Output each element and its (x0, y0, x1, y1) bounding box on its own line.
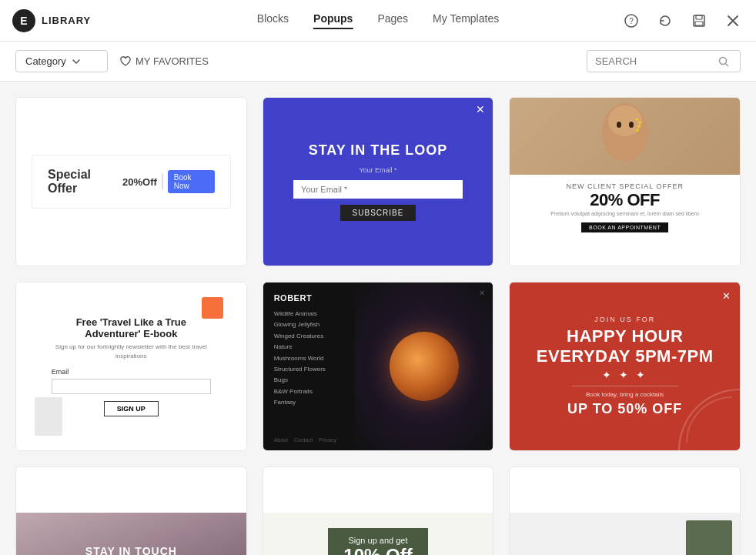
svg-point-13 (636, 129, 638, 132)
refresh-icon[interactable] (654, 10, 676, 32)
jellyfish-footer: About Contact Privacy (274, 437, 336, 443)
stay-touch-text: STAY IN TOUCH (85, 545, 177, 555)
offer-small-text: Pretium volutpat adipiscing seminam et, … (520, 210, 729, 218)
email-label: Email (52, 368, 211, 376)
happy-inner: JOIN US FOR HAPPY HOUREVERYDAY 5PM-7PM ✦… (537, 316, 714, 417)
list-item: Fantasy (274, 397, 344, 408)
card-10off[interactable]: Sign up and get 10% Off (263, 466, 494, 555)
tab-blocks[interactable]: Blocks (257, 12, 289, 29)
20off-content: NEW CLIENT SPECIAL OFFER 20% OFF Pretium… (510, 175, 740, 266)
list-item: Glowing Jellyfish (274, 319, 344, 330)
jellyfish-close-icon[interactable]: ✕ (479, 289, 485, 297)
ten-off-discount: 10% Off (343, 545, 412, 555)
svg-point-10 (635, 119, 637, 121)
list-item: Nature (274, 342, 344, 353)
signup-btn[interactable]: SIGN UP (104, 401, 159, 416)
list-item: Winged Creatures (274, 331, 344, 342)
help-icon[interactable]: ? (621, 10, 642, 32)
book-now-btn[interactable]: Book Now (168, 170, 215, 193)
card-special-offer[interactable]: Special Offer 20%Off Book Now (15, 97, 247, 266)
card-stay-touch[interactable]: STAY IN TOUCH (15, 466, 247, 555)
special-offer-discount: 20%Off (122, 176, 157, 188)
card-happy-hour[interactable]: ✕ JOIN US FOR HAPPY HOUREVERYDAY 5PM-7PM… (509, 282, 741, 451)
loop-inner: STAY IN THE LOOP Your Email * SUBSCRIBE (279, 142, 478, 221)
divider (162, 174, 163, 189)
card-20off[interactable]: NEW CLIENT SPECIAL OFFER 20% OFF Pretium… (509, 97, 741, 266)
happy-small-text: Book today, bring a cocktails (537, 391, 714, 398)
card-jellyfish[interactable]: ROBERT Wildlife Animals Glowing Jellyfis… (263, 282, 494, 451)
card-travel-ebook[interactable]: Free 'Travel Like a True Adventurer' E-b… (15, 282, 247, 451)
svg-point-5 (720, 57, 727, 64)
offer-big: 20% OFF (520, 190, 729, 210)
happy-icons: ✦ ✦ ✦ (537, 369, 714, 381)
svg-point-12 (637, 125, 640, 128)
toolbar: Category MY FAVORITES (0, 42, 756, 82)
list-item: B&W Portraits (274, 386, 344, 397)
close-icon[interactable] (722, 10, 744, 32)
travel-title: Free 'Travel Like a True Adventurer' E-b… (52, 316, 211, 339)
travel-email-input[interactable] (52, 379, 211, 394)
special-offer-title: Special Offer (48, 168, 122, 196)
tab-my-templates[interactable]: My Templates (433, 12, 499, 29)
happy-close-icon[interactable]: ✕ (722, 290, 731, 302)
svg-rect-4 (695, 22, 703, 25)
loop-email-label: Your Email * (279, 166, 478, 174)
loop-email-input[interactable] (293, 180, 463, 199)
logo-area: E LIBRARY (12, 9, 105, 32)
svg-text:?: ? (629, 17, 634, 25)
cards-grid: Special Offer 20%Off Book Now ✕ STAY IN … (0, 82, 756, 555)
search-area (587, 50, 741, 72)
ten-off-subtitle: Sign up and get (343, 536, 412, 545)
svg-point-8 (617, 122, 621, 128)
list-item: Mushrooms World (274, 353, 344, 364)
loop-subscribe-btn[interactable]: SUBSCRIBE (340, 205, 416, 221)
model-image (510, 98, 740, 175)
svg-point-9 (629, 122, 634, 128)
happy-discount: UP TO 50% OFF (537, 401, 714, 417)
travel-subtitle: Sign up for our fortnightly newsletter w… (52, 343, 211, 359)
favorites-button[interactable]: MY FAVORITES (120, 55, 209, 67)
jellyfish-left: ROBERT Wildlife Animals Glowing Jellyfis… (263, 283, 355, 450)
jellyfish-list: Wildlife Animals Glowing Jellyfish Winge… (274, 309, 344, 409)
svg-point-7 (608, 105, 642, 136)
loop-title: STAY IN THE LOOP (279, 142, 478, 159)
jellyfish-visual (390, 332, 459, 401)
offer-appt-btn[interactable]: BOOK AN APPOINTMENT (581, 222, 668, 232)
tab-popups[interactable]: Popups (313, 12, 353, 29)
orange-accent (202, 297, 223, 319)
offer-tag: NEW CLIENT SPECIAL OFFER (520, 182, 729, 190)
happy-title: HAPPY HOUREVERYDAY 5PM-7PM (537, 326, 714, 366)
happy-join-label: JOIN US FOR (537, 316, 714, 323)
list-item: Wildlife Animals (274, 309, 344, 319)
list-item: Bugs (274, 375, 344, 386)
jellyfish-content: ROBERT Wildlife Animals Glowing Jellyfis… (263, 283, 493, 450)
face-illustration (579, 98, 671, 175)
svg-point-11 (638, 122, 641, 124)
category-dropdown[interactable]: Category (15, 50, 108, 72)
save-icon[interactable] (688, 10, 710, 32)
heart-icon (120, 56, 131, 67)
logo-icon: E (12, 9, 35, 32)
loop-close-icon[interactable]: ✕ (476, 103, 485, 115)
search-input[interactable] (595, 55, 718, 67)
green-card-visual (686, 520, 732, 555)
header: E LIBRARY Blocks Popups Pages My Templat… (0, 0, 756, 42)
list-item: Structured Flowers (274, 364, 344, 375)
header-icons: ? (621, 10, 744, 32)
jellyfish-brand: ROBERT (274, 293, 344, 303)
card-green-minimal[interactable] (509, 466, 741, 555)
travel-inner: Free 'Travel Like a True Adventurer' E-b… (52, 316, 211, 416)
logo-text: LIBRARY (42, 15, 91, 26)
ten-off-inner: Sign up and get 10% Off (328, 528, 427, 555)
card-stay-loop[interactable]: ✕ STAY IN THE LOOP Your Email * SUBSCRIB… (263, 97, 494, 266)
happy-divider (572, 386, 678, 386)
chevron-down-icon (72, 59, 80, 64)
book-image (35, 397, 62, 436)
jellyfish-image (355, 283, 493, 450)
search-icon[interactable] (718, 56, 729, 67)
nav-tabs: Blocks Popups Pages My Templates (257, 12, 499, 29)
tab-pages[interactable]: Pages (377, 12, 408, 29)
